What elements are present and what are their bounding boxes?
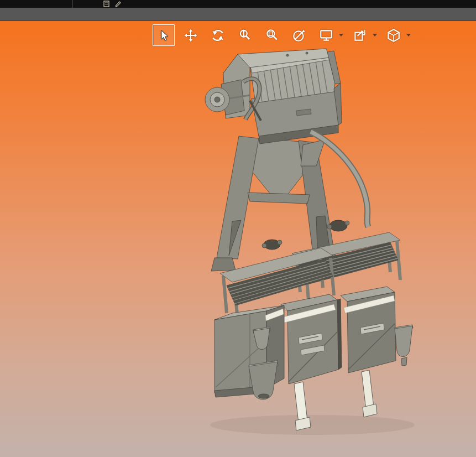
title-bar <box>0 0 476 8</box>
tool-rotate[interactable] <box>207 24 229 46</box>
display-style-dropdown[interactable] <box>406 25 411 45</box>
view-heads-up-toolbar <box>153 24 416 46</box>
titlebar-divider <box>72 0 72 8</box>
monitor-icon <box>319 28 333 43</box>
appearances-dropdown[interactable] <box>372 25 378 45</box>
tool-section-view[interactable] <box>288 24 310 46</box>
graphics-viewport[interactable] <box>0 21 476 457</box>
tool-display-style[interactable] <box>383 24 405 46</box>
cube-icon <box>386 28 401 43</box>
menu-bar <box>0 8 476 21</box>
tool-select[interactable] <box>153 24 175 46</box>
view-orientation-group <box>315 24 344 46</box>
tool-view-orientation[interactable] <box>315 24 337 46</box>
tool-pan[interactable] <box>180 24 202 46</box>
appearance-icon <box>353 28 367 43</box>
display-style-group <box>383 24 411 46</box>
pencil-icon[interactable] <box>114 1 122 7</box>
pan-icon <box>184 29 197 42</box>
section-view-icon <box>292 28 306 43</box>
cursor-icon <box>157 29 170 42</box>
appearances-group <box>349 24 378 46</box>
view-orientation-dropdown[interactable] <box>338 25 344 45</box>
zoom-in-out-icon <box>238 28 252 43</box>
tool-zoom-in-out[interactable] <box>234 24 256 46</box>
document-icon[interactable] <box>103 1 111 7</box>
zoom-area-icon <box>265 28 279 43</box>
tool-zoom-to-area[interactable] <box>261 24 283 46</box>
rotate-icon <box>211 28 225 43</box>
tool-appearances[interactable] <box>349 24 371 46</box>
